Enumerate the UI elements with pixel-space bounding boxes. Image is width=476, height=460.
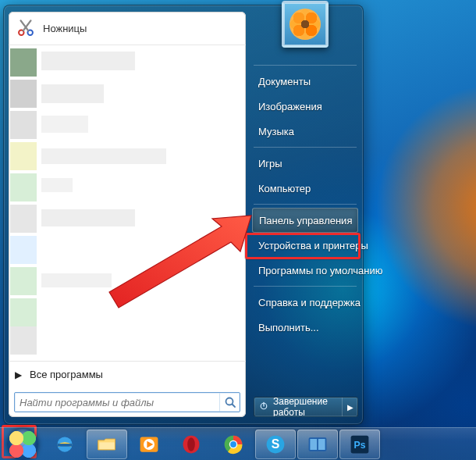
taskbar-opera[interactable] bbox=[171, 430, 211, 459]
taskbar-chrome[interactable] bbox=[213, 430, 254, 459]
all-programs[interactable]: ▶ Все программы bbox=[9, 361, 246, 387]
right-item-pictures[interactable]: Изображения bbox=[250, 94, 360, 119]
power-icon bbox=[259, 401, 268, 413]
search-bar bbox=[9, 387, 246, 417]
taskbar-skype[interactable]: S bbox=[255, 430, 296, 459]
svg-text:S: S bbox=[272, 437, 280, 451]
start-button[interactable] bbox=[2, 430, 43, 459]
chevron-right-icon: ▶ bbox=[347, 403, 353, 412]
photoshop-icon: Ps bbox=[348, 433, 371, 456]
start-menu-left-pane: Ножницы ▶ Все программы bbox=[9, 12, 246, 417]
taskbar-photoshop[interactable]: Ps bbox=[339, 430, 380, 459]
shutdown-main[interactable]: Завершение работы bbox=[254, 398, 342, 416]
right-item-music[interactable]: Музыка bbox=[250, 119, 360, 144]
opera-icon bbox=[179, 433, 203, 456]
search-box[interactable] bbox=[14, 392, 240, 412]
avatar-flower-icon bbox=[290, 9, 321, 40]
all-programs-arrow-icon: ▶ bbox=[15, 369, 22, 380]
shutdown-options-arrow[interactable]: ▶ bbox=[342, 398, 357, 416]
svg-rect-20 bbox=[310, 439, 317, 450]
recent-programs-blurred bbox=[9, 45, 246, 361]
taskbar-ie[interactable] bbox=[44, 430, 85, 459]
right-item-help[interactable]: Справка и поддержка bbox=[250, 290, 360, 315]
svg-point-13 bbox=[187, 437, 195, 451]
scissors-icon bbox=[15, 17, 37, 39]
right-item-documents[interactable]: Документы bbox=[250, 69, 360, 94]
svg-point-16 bbox=[230, 441, 236, 448]
annotation-control-panel-highlight bbox=[245, 233, 361, 259]
dual-pane-icon bbox=[306, 433, 329, 456]
taskbar: S Ps bbox=[0, 427, 476, 460]
right-item-computer[interactable]: Компьютер bbox=[250, 176, 360, 201]
taskbar-explorer[interactable] bbox=[87, 430, 127, 459]
desktop: Ножницы ▶ Все программы bbox=[0, 0, 476, 460]
folder-icon bbox=[95, 433, 119, 456]
media-player-icon bbox=[137, 433, 161, 456]
search-icon[interactable] bbox=[219, 393, 240, 412]
start-menu-right-pane: Документы Изображения Музыка Игры Компью… bbox=[250, 40, 360, 421]
svg-line-3 bbox=[232, 405, 235, 408]
all-programs-label: Все программы bbox=[30, 369, 103, 380]
start-menu: Ножницы ▶ Все программы bbox=[3, 5, 364, 425]
right-item-control-panel[interactable]: Панель управления bbox=[252, 208, 358, 233]
taskbar-total-commander[interactable] bbox=[297, 430, 338, 459]
pinned-item-label: Ножницы bbox=[43, 23, 87, 34]
right-item-default-programs[interactable]: Программы по умолчанию bbox=[250, 258, 360, 283]
svg-text:Ps: Ps bbox=[354, 440, 366, 451]
right-item-run[interactable]: Выполнить... bbox=[250, 315, 360, 340]
svg-rect-8 bbox=[99, 442, 114, 449]
search-input[interactable] bbox=[15, 397, 219, 408]
skype-icon: S bbox=[264, 433, 287, 456]
windows-logo-icon bbox=[7, 429, 38, 460]
pinned-programs: Ножницы bbox=[9, 12, 246, 45]
username-blurred[interactable] bbox=[250, 40, 360, 62]
taskbar-media-player[interactable] bbox=[129, 430, 169, 459]
pinned-snipping-tool[interactable]: Ножницы bbox=[10, 14, 244, 42]
svg-rect-7 bbox=[57, 444, 72, 447]
svg-rect-21 bbox=[318, 439, 325, 450]
shutdown-button[interactable]: Завершение работы ▶ bbox=[254, 397, 358, 417]
ie-icon bbox=[53, 433, 76, 456]
chrome-icon bbox=[222, 433, 245, 456]
right-item-games[interactable]: Игры bbox=[250, 151, 360, 176]
